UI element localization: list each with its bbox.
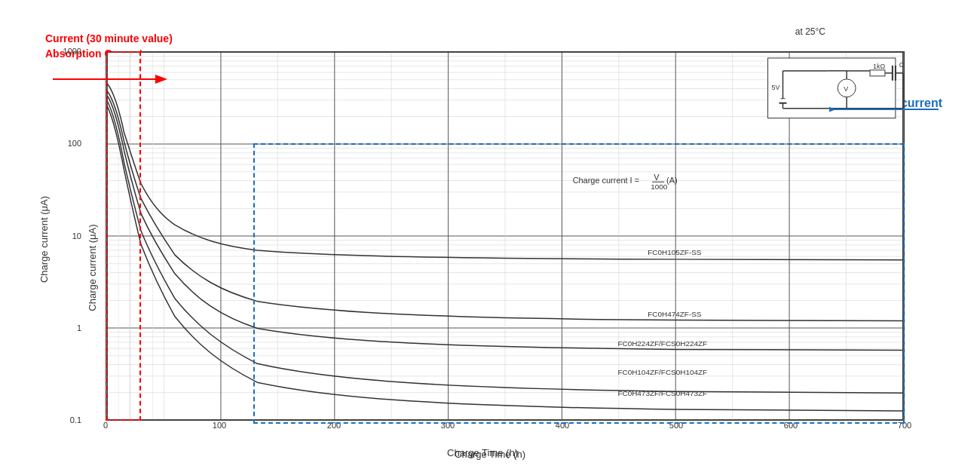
svg-rect-81 — [870, 70, 885, 76]
svg-text:FC0H105ZF-SS: FC0H105ZF-SS — [648, 248, 702, 256]
y-axis-label: Charge current (μA) — [87, 225, 98, 311]
svg-text:FC0H224ZF/FCS0H224ZF: FC0H224ZF/FCS0H224ZF — [617, 339, 707, 348]
svg-text:V: V — [654, 173, 660, 182]
y-axis-label-text: Charge current (μA) — [38, 196, 50, 283]
x-axis-label-text: Charge Time (h) — [455, 449, 525, 460]
chart-area: FC0H105ZF-SS FC0H474ZF-SS FC0H224ZF/FCS0… — [106, 51, 905, 421]
svg-text:5V: 5V — [772, 84, 780, 91]
svg-text:C: C — [899, 61, 904, 69]
svg-text:1kΩ: 1kΩ — [873, 63, 885, 70]
svg-text:Charge current  I =: Charge current I = — [573, 176, 639, 185]
svg-text:V: V — [844, 85, 848, 93]
svg-text:(A): (A) — [666, 176, 678, 185]
leakage-arrow — [829, 94, 946, 124]
at-temp-label: at 25°C — [795, 26, 825, 37]
chart-svg: FC0H105ZF-SS FC0H474ZF-SS FC0H224ZF/FCS0… — [106, 52, 904, 420]
absorption-arrow — [45, 49, 177, 87]
svg-text:1000: 1000 — [651, 182, 668, 191]
main-container: Current (30 minute value) Absorption Cur… — [0, 0, 980, 475]
svg-text:FC0H104ZF/FCS0H104ZF: FC0H104ZF/FCS0H104ZF — [617, 368, 707, 376]
svg-text:FC0H474ZF-SS: FC0H474ZF-SS — [648, 310, 702, 318]
chart-wrapper: Current (30 minute value) Absorption Cur… — [38, 15, 942, 460]
svg-text:FC0H473ZF/FCS0H473ZF: FC0H473ZF/FCS0H473ZF — [617, 389, 707, 397]
